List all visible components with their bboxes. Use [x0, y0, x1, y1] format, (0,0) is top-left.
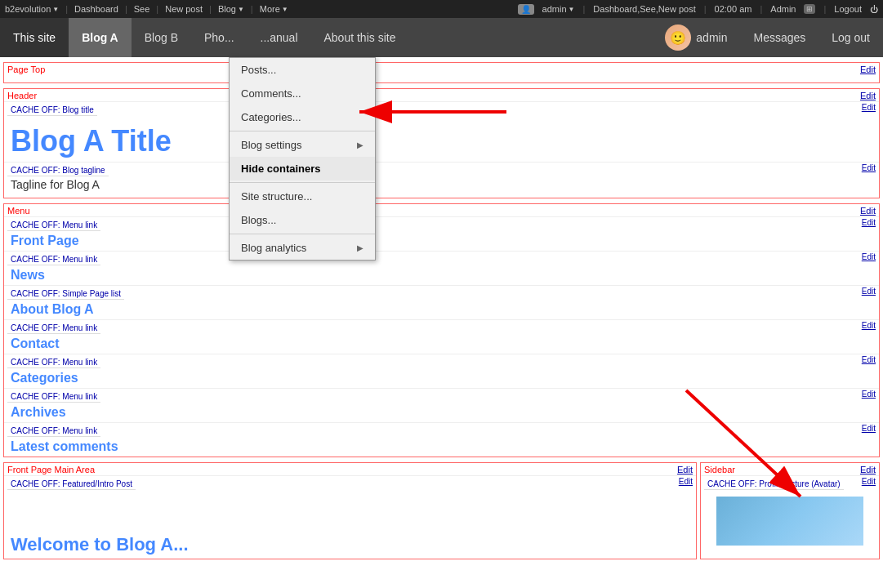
b2evolution-label: b2evolution [5, 4, 51, 14]
menu-blog-settings[interactable]: Blog settings ▶ [230, 133, 375, 157]
menu-hide-containers[interactable]: Hide containers [230, 157, 375, 180]
blog-arrow: ▼ [238, 6, 244, 13]
messages-nav[interactable]: Messages [740, 18, 818, 57]
menu-blogs[interactable]: Blogs... [230, 208, 375, 232]
menu-divider3 [230, 234, 375, 234]
menu-section-label: Menu [4, 204, 33, 217]
front-page-link[interactable]: Front Page [4, 231, 879, 251]
avatar: 🙂 [665, 24, 691, 51]
sep8: | [760, 4, 762, 14]
logout-link[interactable]: Logout [834, 4, 862, 14]
messages-link-top[interactable]: Dashboard,See,New post [593, 4, 695, 14]
menu-cache-2: CACHE OFF: Simple Page list [7, 288, 124, 300]
admin-bar-left: b2evolution ▼ | Dashboard | See | New po… [5, 4, 518, 14]
sidebar-col: Sidebar Edit CACHE OFF: Profile picture … [700, 462, 880, 559]
admin-avatar-nav[interactable]: 🙂 admin [652, 18, 740, 57]
manual-tab[interactable]: ...anual [248, 18, 311, 57]
menu-edit-4[interactable]: Edit [862, 355, 876, 364]
blog-tagline-edit[interactable]: Edit [862, 163, 876, 172]
featured-edit[interactable]: Edit [679, 477, 693, 486]
archives-link[interactable]: Archives [4, 403, 879, 422]
dashboard-link[interactable]: Dashboard [74, 4, 118, 14]
menu-section-edit[interactable]: Edit [860, 206, 876, 216]
sidebar-profile-img [716, 497, 863, 546]
time-display: 02:00 am [715, 4, 752, 14]
admin-nav-label: admin [696, 31, 727, 44]
about-blog-link[interactable]: About Blog A [4, 300, 879, 319]
more-menu-top[interactable]: More ▼ [260, 4, 288, 14]
see-link[interactable]: See [134, 4, 150, 14]
front-page-main-edit[interactable]: Edit [677, 465, 693, 474]
front-page-main-label: Front Page Main Area [4, 463, 98, 476]
two-col-layout: Front Page Main Area Edit CACHE OFF: Fea… [3, 462, 880, 559]
menu-edit-0[interactable]: Edit [862, 218, 876, 227]
blog-title: Blog A Title [4, 116, 879, 162]
header-section: Header Edit CACHE OFF: Blog title Edit B… [3, 88, 880, 198]
admin-arrow: ▼ [569, 6, 575, 13]
blog-title-cache-row: CACHE OFF: Blog title Edit [4, 101, 879, 116]
site-nav: This site Blog A Blog B Pho... ...anual … [0, 18, 883, 57]
site-nav-right: 🙂 admin Messages Log out [652, 18, 883, 57]
blog-tagline-cache-row: CACHE OFF: Blog tagline Edit [4, 162, 879, 176]
menu-cache-3: CACHE OFF: Menu link [7, 323, 100, 334]
logout-nav[interactable]: Log out [818, 18, 883, 57]
menu-edit-1[interactable]: Edit [862, 252, 876, 261]
contact-link[interactable]: Contact [4, 334, 879, 354]
admin-user-menu[interactable]: admin ▼ [542, 4, 575, 14]
menu-item-row-3: CACHE OFF: Menu link Edit [4, 319, 879, 334]
menu-item-row-2: CACHE OFF: Simple Page list Edit [4, 285, 879, 300]
about-tab[interactable]: About this site [311, 18, 409, 57]
admin-bar-right: 👤 admin ▼ | Dashboard,See,New post | 02:… [518, 4, 878, 15]
menu-edit-2[interactable]: Edit [862, 287, 876, 296]
more-arrow: ▼ [282, 6, 288, 13]
sidebar-edit[interactable]: Edit [860, 465, 876, 474]
menu-item-row-5: CACHE OFF: Menu link Edit [4, 388, 879, 403]
menu-divider1 [230, 131, 375, 131]
blog-b-tab[interactable]: Blog B [132, 18, 191, 57]
page-top-label: Page Top [4, 63, 48, 76]
blog-title-edit[interactable]: Edit [862, 103, 876, 112]
new-post-link[interactable]: New post [165, 4, 203, 14]
menu-edit-3[interactable]: Edit [862, 321, 876, 330]
avatar-cache-label: CACHE OFF: Profile picture (Avatar) [704, 479, 844, 490]
menu-site-structure[interactable]: Site structure... [230, 185, 375, 208]
blog-settings-arrow: ▶ [357, 140, 363, 149]
header-section-edit[interactable]: Edit [860, 91, 876, 100]
blog-tagline: Tagline for Blog A [4, 176, 879, 198]
admin-bar: b2evolution ▼ | Dashboard | See | New po… [0, 0, 883, 18]
blog-menu-top[interactable]: Blog ▼ [218, 4, 244, 14]
b2evolution-menu[interactable]: b2evolution ▼ [5, 4, 59, 14]
categories-link[interactable]: Categories [4, 368, 879, 388]
latest-comments-link[interactable]: Latest comments [4, 437, 879, 457]
menu-posts[interactable]: Posts... [230, 58, 375, 82]
blog-menu-label: Blog [218, 4, 236, 14]
page-top-edit[interactable]: Edit [860, 65, 876, 74]
blog-tagline-cache-label: CACHE OFF: Blog tagline [7, 165, 109, 176]
admin-username: admin [542, 4, 567, 14]
blog-a-tab[interactable]: Blog A [69, 18, 132, 57]
avatar-edit[interactable]: Edit [862, 477, 876, 486]
menu-item-row-0: CACHE OFF: Menu link Edit [4, 216, 879, 231]
menu-item-row-1: CACHE OFF: Menu link Edit [4, 251, 879, 265]
news-link[interactable]: News [4, 265, 879, 285]
blog-dropdown-menu: Posts... Comments... Categories... Blog … [229, 57, 376, 261]
menu-blog-analytics[interactable]: Blog analytics ▶ [230, 236, 375, 260]
b2evolution-arrow: ▼ [52, 6, 59, 13]
sep4: | [209, 4, 212, 14]
menu-comments[interactable]: Comments... [230, 82, 375, 105]
avatar-cache-row: CACHE OFF: Profile picture (Avatar) Edit [701, 475, 879, 490]
menu-divider2 [230, 182, 375, 183]
menu-item-row-6: CACHE OFF: Menu link Edit [4, 422, 879, 437]
menu-edit-5[interactable]: Edit [862, 390, 876, 399]
sep3: | [156, 4, 158, 14]
this-site-link[interactable]: This site [0, 18, 69, 57]
menu-edit-6[interactable]: Edit [862, 424, 876, 433]
sep5: | [251, 4, 253, 14]
sep2: | [125, 4, 127, 14]
menu-cache-5: CACHE OFF: Menu link [7, 391, 100, 403]
admin-icon: 👤 [518, 4, 534, 15]
menu-cache-4: CACHE OFF: Menu link [7, 357, 100, 368]
menu-categories[interactable]: Categories... [230, 105, 375, 129]
menu-item-row-4: CACHE OFF: Menu link Edit [4, 354, 879, 368]
pho-tab[interactable]: Pho... [191, 18, 248, 57]
